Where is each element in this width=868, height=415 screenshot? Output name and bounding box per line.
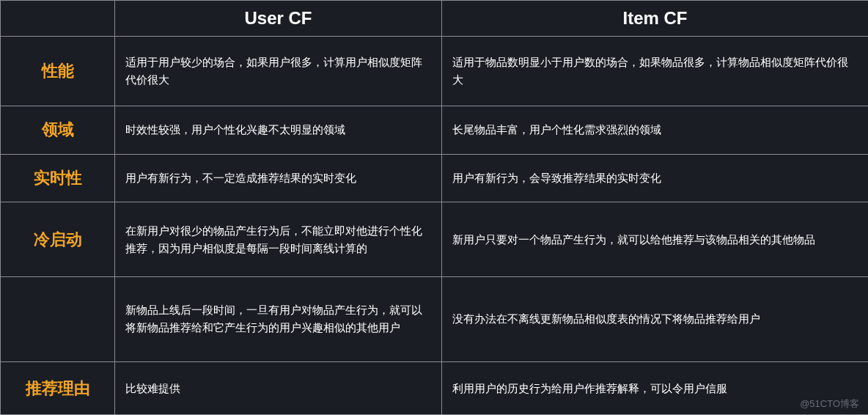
cell-item-performance: 适用于物品数明显小于用户数的场合，如果物品很多，计算物品相似度矩阵代价很大 — [442, 37, 869, 106]
table-row: 新物品上线后一段时间，一旦有用户对物品产生行为，就可以将新物品推荐给和它产生行为… — [1, 276, 869, 361]
cell-item-coldstart: 新用户只要对一个物品产生行为，就可以给他推荐与该物品相关的其他物品 — [442, 202, 869, 277]
row-label-realtime: 实时性 — [1, 154, 115, 202]
table-row: 实时性 用户有新行为，不一定造成推荐结果的实时变化 用户有新行为，会导致推荐结果… — [1, 154, 869, 202]
row-label-coldstart: 冷启动 — [1, 202, 115, 277]
cell-user-performance: 适用于用户较少的场合，如果用户很多，计算用户相似度矩阵代价很大 — [115, 37, 442, 106]
row-label-reason: 推荐理由 — [1, 362, 115, 415]
cell-item-realtime: 用户有新行为，会导致推荐结果的实时变化 — [442, 154, 869, 202]
cell-user-realtime: 用户有新行为，不一定造成推荐结果的实时变化 — [115, 154, 442, 202]
cell-item-coldstart-2: 没有办法在不离线更新物品相似度表的情况下将物品推荐给用户 — [442, 276, 869, 361]
table-row: 性能 适用于用户较少的场合，如果用户很多，计算用户相似度矩阵代价很大 适用于物品… — [1, 37, 869, 106]
header-empty — [1, 1, 115, 37]
cell-user-domain: 时效性较强，用户个性化兴趣不太明显的领域 — [115, 106, 442, 155]
row-label-coldstart-2 — [1, 276, 115, 361]
row-label-performance: 性能 — [1, 37, 115, 106]
comparison-table: User CF Item CF 性能 适用于用户较少的场合，如果用户很多，计算用… — [0, 0, 868, 415]
cell-user-reason: 比较难提供 — [115, 362, 442, 415]
cell-user-coldstart: 在新用户对很少的物品产生行为后，不能立即对他进行个性化推荐，因为用户相似度是每隔… — [115, 202, 442, 277]
table-row: 领域 时效性较强，用户个性化兴趣不太明显的领域 长尾物品丰富，用户个性化需求强烈… — [1, 106, 869, 155]
table-row: 推荐理由 比较难提供 利用用户的历史行为给用户作推荐解释，可以令用户信服 — [1, 362, 869, 415]
row-label-domain: 领域 — [1, 106, 115, 155]
watermark-text: @51CTO博客 — [800, 397, 859, 411]
table-header-row: User CF Item CF — [1, 1, 869, 37]
cell-user-coldstart-2: 新物品上线后一段时间，一旦有用户对物品产生行为，就可以将新物品推荐给和它产生行为… — [115, 276, 442, 361]
header-user-cf: User CF — [115, 1, 442, 37]
cell-item-domain: 长尾物品丰富，用户个性化需求强烈的领域 — [442, 106, 869, 155]
table-row: 冷启动 在新用户对很少的物品产生行为后，不能立即对他进行个性化推荐，因为用户相似… — [1, 202, 869, 277]
header-item-cf: Item CF — [442, 1, 869, 37]
